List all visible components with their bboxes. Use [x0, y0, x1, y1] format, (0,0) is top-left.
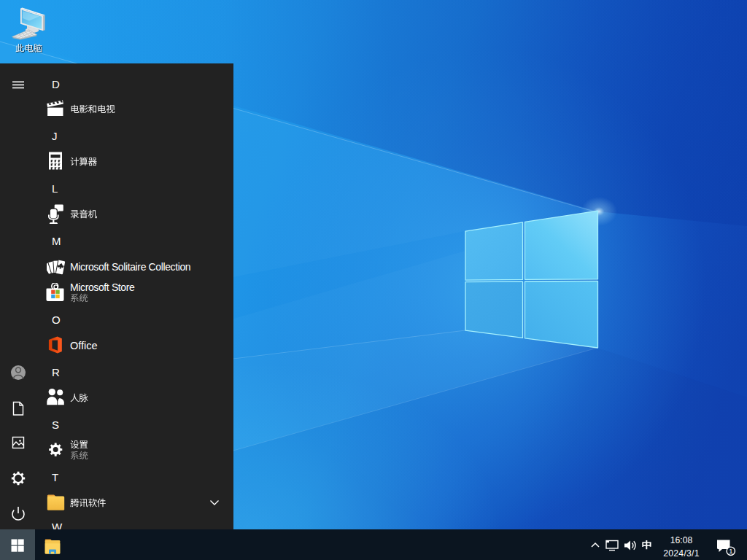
svg-text:1: 1	[729, 547, 732, 555]
